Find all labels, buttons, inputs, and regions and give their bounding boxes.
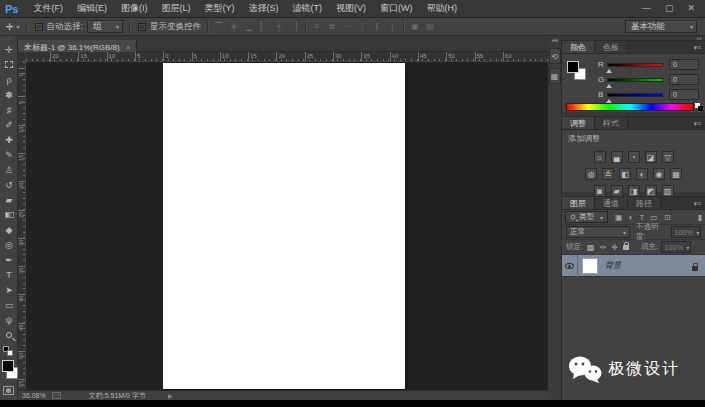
photo-filter-adjustment-button[interactable]: ◐ xyxy=(636,168,648,180)
menu-item-edit[interactable]: 编辑(E) xyxy=(70,0,114,17)
black-white-adjustment-button[interactable]: ◧ xyxy=(619,168,631,180)
threshold-adjustment-button[interactable]: ◨ xyxy=(628,185,640,197)
distribute-horizontal-centers-button[interactable]: ∥ xyxy=(372,22,382,31)
workspace-switcher[interactable]: 基本功能▾ xyxy=(621,20,697,33)
fill-field[interactable]: 100% ▾ xyxy=(661,241,691,253)
history-brush-tool[interactable]: ↺ xyxy=(0,177,18,192)
channel-slider-g[interactable] xyxy=(607,78,663,82)
distribute-left-edges-button[interactable]: ⋮ xyxy=(357,22,367,31)
channel-slider-r[interactable] xyxy=(607,63,663,67)
tab-adjustments[interactable]: 调整 xyxy=(562,117,595,129)
align-to-selection-button[interactable]: ▣ xyxy=(410,22,420,31)
foreground-color-swatch[interactable] xyxy=(2,360,14,372)
distribute-vertical-centers-button[interactable]: ≣ xyxy=(327,22,337,31)
dodge-tool[interactable]: ◎ xyxy=(0,237,18,252)
layer-visibility-toggle[interactable] xyxy=(562,255,578,277)
exposure-adjustment-button[interactable]: ◪ xyxy=(645,151,657,163)
levels-adjustment-button[interactable]: ▄ xyxy=(611,151,623,163)
tab-swatches[interactable]: 色板 xyxy=(595,41,628,53)
close-button[interactable]: ✕ xyxy=(687,0,695,17)
tool-preset-arrow[interactable]: ▾ xyxy=(17,23,20,30)
lock-image-pixels-button[interactable]: ✑ xyxy=(600,243,607,252)
color-swatches[interactable] xyxy=(0,358,18,382)
properties-panel-button[interactable]: ▦ xyxy=(549,68,561,84)
filter-toggle-icon[interactable]: ▮ xyxy=(698,213,702,222)
align-horizontal-centers-button[interactable]: ┼ xyxy=(274,22,284,31)
eyedropper-tool[interactable]: ✐ xyxy=(0,117,18,132)
invert-adjustment-button[interactable]: ◙ xyxy=(594,185,606,197)
panel-menu-icon[interactable]: ▾≡ xyxy=(693,41,705,53)
rectangular-marquee-tool[interactable] xyxy=(0,57,18,72)
curves-adjustment-button[interactable]: ◔ xyxy=(628,151,640,163)
channel-slider-b[interactable] xyxy=(607,93,663,97)
distribute-top-edges-button[interactable]: ≡ xyxy=(312,22,322,31)
filter-pixel-layers-icon[interactable]: ▣ xyxy=(615,213,623,222)
lock-all-button[interactable] xyxy=(623,245,629,250)
panel-color-swatches[interactable] xyxy=(567,61,589,83)
posterize-adjustment-button[interactable]: ▰ xyxy=(611,185,623,197)
spot-healing-brush-tool[interactable]: ✚ xyxy=(0,132,18,147)
tab-channels[interactable]: 通道 xyxy=(595,197,628,209)
quick-selection-tool[interactable]: ✽ xyxy=(0,87,18,102)
crop-tool[interactable]: ♯ xyxy=(0,102,18,117)
menu-item-image[interactable]: 图像(I) xyxy=(114,0,155,17)
expand-panels-icon[interactable]: ◂◂ xyxy=(548,36,561,44)
tab-layers[interactable]: 图层 xyxy=(562,197,595,209)
hand-tool[interactable]: ψ xyxy=(0,312,18,327)
distribute-bottom-edges-button[interactable]: ⋯ xyxy=(342,22,352,31)
filter-adjustment-layers-icon[interactable]: ◐ xyxy=(629,213,634,222)
brush-tool[interactable]: ✎ xyxy=(0,147,18,162)
minimize-button[interactable]: — xyxy=(642,0,651,17)
3d-mode-button[interactable]: ▤ xyxy=(425,22,435,31)
move-tool[interactable]: ✛ xyxy=(0,42,18,57)
menu-item-window[interactable]: 窗口(W) xyxy=(373,0,420,17)
rectangle-tool[interactable]: ▭ xyxy=(0,297,18,312)
menu-item-help[interactable]: 帮助(H) xyxy=(419,0,464,17)
maximize-button[interactable]: ▢ xyxy=(665,0,674,17)
spectrum-bw-swatches[interactable] xyxy=(695,103,703,111)
distribute-right-edges-button[interactable]: ∣ xyxy=(387,22,397,31)
align-vertical-centers-button[interactable]: ╪ xyxy=(229,22,239,31)
menu-item-layer[interactable]: 图层(L) xyxy=(154,0,197,17)
canvas[interactable] xyxy=(163,63,405,389)
align-bottom-edges-button[interactable]: ▁ xyxy=(244,22,254,31)
path-selection-tool[interactable]: ➤ xyxy=(0,282,18,297)
align-right-edges-button[interactable]: ▕ xyxy=(289,22,299,31)
align-top-edges-button[interactable]: ▔ xyxy=(214,22,224,31)
auto-select-checkbox[interactable] xyxy=(35,23,43,31)
tab-close-icon[interactable]: × xyxy=(126,43,131,52)
menu-item-type[interactable]: 类型(Y) xyxy=(197,0,241,17)
brightness-contrast-adjustment-button[interactable]: ☼ xyxy=(594,151,606,163)
gradient-tool[interactable] xyxy=(0,207,18,222)
menu-item-select[interactable]: 选择(S) xyxy=(241,0,285,17)
layer-thumbnail[interactable] xyxy=(582,258,598,274)
pen-tool[interactable]: ✒ xyxy=(0,252,18,267)
default-colors-icon[interactable] xyxy=(3,346,13,356)
menu-item-file[interactable]: 文件(F) xyxy=(26,0,70,17)
menu-item-view[interactable]: 视图(V) xyxy=(329,0,373,17)
auto-select-dropdown[interactable]: 组 ▾ xyxy=(87,20,123,33)
tab-color[interactable]: 颜色 xyxy=(562,41,595,53)
show-transform-checkbox[interactable] xyxy=(138,23,146,31)
blur-tool[interactable]: ◆ xyxy=(0,222,18,237)
quick-mask-button[interactable] xyxy=(3,386,14,395)
slider-marker[interactable] xyxy=(606,84,612,88)
channel-value-field[interactable]: 0 xyxy=(669,89,699,100)
eraser-tool[interactable]: ▰ xyxy=(0,192,18,207)
clone-stamp-tool[interactable]: ♙ xyxy=(0,162,18,177)
opacity-field[interactable]: 100% ▾ xyxy=(671,226,701,238)
status-flyout-arrow[interactable]: ▶ xyxy=(168,392,173,399)
channel-value-field[interactable]: 0 xyxy=(669,74,699,85)
lock-position-button[interactable]: ✛ xyxy=(611,243,618,252)
foreground-color-swatch[interactable] xyxy=(567,61,579,73)
panel-menu-icon[interactable]: ▾≡ xyxy=(693,117,705,129)
layer-row-background[interactable]: 背景 xyxy=(562,255,705,277)
color-spectrum-ramp[interactable] xyxy=(566,103,694,111)
color-balance-adjustment-button[interactable]: ≙ xyxy=(602,168,614,180)
channel-mixer-adjustment-button[interactable]: ◉ xyxy=(653,168,665,180)
slider-marker[interactable] xyxy=(606,99,612,103)
filter-type-layers-icon[interactable]: T xyxy=(639,213,644,222)
type-tool[interactable]: T xyxy=(0,267,18,282)
hue-saturation-adjustment-button[interactable]: ◍ xyxy=(585,168,597,180)
layer-filter-type-dropdown[interactable]: 类型 ▾ xyxy=(565,211,608,223)
